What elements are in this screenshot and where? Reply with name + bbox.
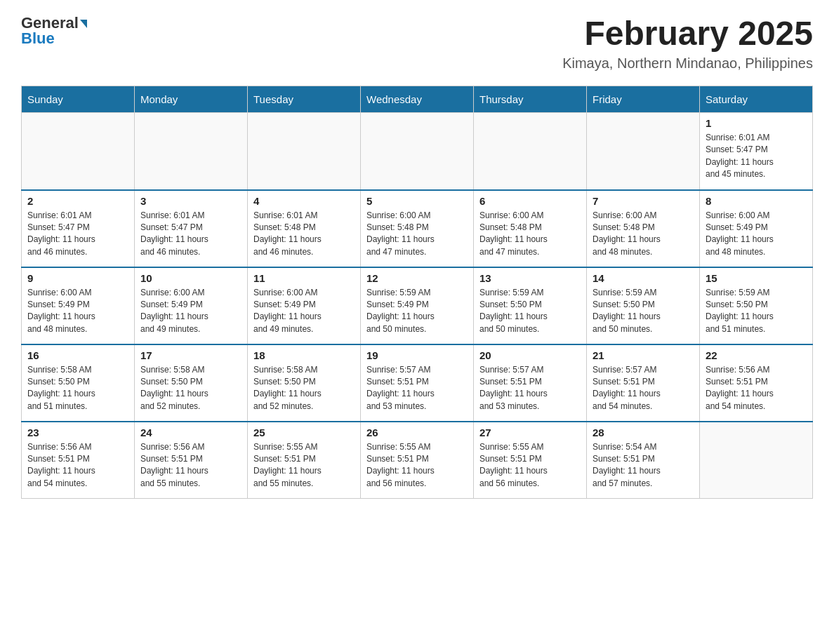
- day-info: Sunrise: 6:01 AM Sunset: 5:47 PM Dayligh…: [140, 210, 241, 259]
- calendar-cell: 4Sunrise: 6:01 AM Sunset: 5:48 PM Daylig…: [248, 190, 361, 267]
- day-number: 7: [593, 195, 694, 207]
- day-info: Sunrise: 5:57 AM Sunset: 5:51 PM Dayligh…: [593, 364, 694, 413]
- calendar-cell: 13Sunrise: 5:59 AM Sunset: 5:50 PM Dayli…: [474, 267, 587, 344]
- day-number: 20: [479, 349, 581, 361]
- day-number: 18: [253, 349, 355, 361]
- calendar-subtitle: Kimaya, Northern Mindanao, Philippines: [562, 55, 813, 72]
- day-info: Sunrise: 6:00 AM Sunset: 5:48 PM Dayligh…: [479, 210, 581, 259]
- day-number: 13: [479, 272, 581, 284]
- day-number: 27: [479, 427, 581, 438]
- calendar-cell: 16Sunrise: 5:58 AM Sunset: 5:50 PM Dayli…: [22, 344, 135, 422]
- day-number: 14: [593, 272, 694, 284]
- calendar-table: SundayMondayTuesdayWednesdayThursdayFrid…: [21, 86, 813, 499]
- logo-blue-text: Blue: [21, 29, 55, 48]
- calendar-cell: 14Sunrise: 5:59 AM Sunset: 5:50 PM Dayli…: [587, 267, 700, 344]
- calendar-cell: 15Sunrise: 5:59 AM Sunset: 5:50 PM Dayli…: [700, 267, 813, 344]
- day-info: Sunrise: 6:00 AM Sunset: 5:49 PM Dayligh…: [253, 287, 355, 336]
- day-number: 24: [140, 427, 241, 438]
- calendar-week-row: 23Sunrise: 5:56 AM Sunset: 5:51 PM Dayli…: [22, 422, 813, 499]
- day-info: Sunrise: 5:55 AM Sunset: 5:51 PM Dayligh…: [253, 441, 355, 490]
- day-number: 21: [593, 349, 694, 361]
- day-info: Sunrise: 5:59 AM Sunset: 5:50 PM Dayligh…: [593, 287, 694, 336]
- calendar-cell: 28Sunrise: 5:54 AM Sunset: 5:51 PM Dayli…: [587, 422, 700, 499]
- calendar-cell: [700, 422, 813, 499]
- day-number: 3: [140, 195, 241, 207]
- calendar-cell: 10Sunrise: 6:00 AM Sunset: 5:49 PM Dayli…: [135, 267, 248, 344]
- calendar-cell: 23Sunrise: 5:56 AM Sunset: 5:51 PM Dayli…: [22, 422, 135, 499]
- day-info: Sunrise: 5:55 AM Sunset: 5:51 PM Dayligh…: [479, 441, 581, 490]
- day-number: 16: [27, 349, 128, 361]
- calendar-cell: [361, 113, 474, 190]
- calendar-cell: 1Sunrise: 6:01 AM Sunset: 5:47 PM Daylig…: [700, 113, 813, 190]
- calendar-week-row: 16Sunrise: 5:58 AM Sunset: 5:50 PM Dayli…: [22, 344, 813, 422]
- title-block: February 2025 Kimaya, Northern Mindanao,…: [562, 14, 813, 72]
- day-number: 15: [706, 272, 807, 284]
- day-number: 23: [27, 427, 128, 438]
- day-info: Sunrise: 5:54 AM Sunset: 5:51 PM Dayligh…: [593, 441, 694, 490]
- day-info: Sunrise: 6:01 AM Sunset: 5:48 PM Dayligh…: [253, 210, 355, 259]
- day-number: 2: [27, 195, 128, 207]
- day-number: 25: [253, 427, 355, 438]
- weekday-header-wednesday: Wednesday: [361, 86, 474, 113]
- calendar-title: February 2025: [562, 14, 813, 53]
- day-info: Sunrise: 6:00 AM Sunset: 5:48 PM Dayligh…: [593, 210, 694, 259]
- day-info: Sunrise: 6:00 AM Sunset: 5:49 PM Dayligh…: [27, 287, 128, 336]
- day-info: Sunrise: 6:01 AM Sunset: 5:47 PM Dayligh…: [706, 132, 807, 181]
- weekday-header-friday: Friday: [587, 86, 700, 113]
- day-info: Sunrise: 5:56 AM Sunset: 5:51 PM Dayligh…: [27, 441, 128, 490]
- day-number: 5: [366, 195, 468, 207]
- calendar-cell: 26Sunrise: 5:55 AM Sunset: 5:51 PM Dayli…: [361, 422, 474, 499]
- day-number: 8: [706, 195, 807, 207]
- day-info: Sunrise: 5:58 AM Sunset: 5:50 PM Dayligh…: [253, 364, 355, 413]
- day-number: 22: [706, 349, 807, 361]
- calendar-cell: [135, 113, 248, 190]
- day-info: Sunrise: 5:55 AM Sunset: 5:51 PM Dayligh…: [366, 441, 468, 490]
- day-number: 4: [253, 195, 355, 207]
- calendar-cell: 5Sunrise: 6:00 AM Sunset: 5:48 PM Daylig…: [361, 190, 474, 267]
- calendar-cell: 17Sunrise: 5:58 AM Sunset: 5:50 PM Dayli…: [135, 344, 248, 422]
- calendar-cell: 19Sunrise: 5:57 AM Sunset: 5:51 PM Dayli…: [361, 344, 474, 422]
- day-number: 11: [253, 272, 355, 284]
- day-info: Sunrise: 5:58 AM Sunset: 5:50 PM Dayligh…: [27, 364, 128, 413]
- calendar-cell: 8Sunrise: 6:00 AM Sunset: 5:49 PM Daylig…: [700, 190, 813, 267]
- calendar-cell: 3Sunrise: 6:01 AM Sunset: 5:47 PM Daylig…: [135, 190, 248, 267]
- calendar-cell: 11Sunrise: 6:00 AM Sunset: 5:49 PM Dayli…: [248, 267, 361, 344]
- day-info: Sunrise: 6:00 AM Sunset: 5:49 PM Dayligh…: [706, 210, 807, 259]
- day-info: Sunrise: 5:58 AM Sunset: 5:50 PM Dayligh…: [140, 364, 241, 413]
- day-info: Sunrise: 5:59 AM Sunset: 5:49 PM Dayligh…: [366, 287, 468, 336]
- calendar-week-row: 2Sunrise: 6:01 AM Sunset: 5:47 PM Daylig…: [22, 190, 813, 267]
- day-info: Sunrise: 6:01 AM Sunset: 5:47 PM Dayligh…: [27, 210, 128, 259]
- day-info: Sunrise: 5:56 AM Sunset: 5:51 PM Dayligh…: [706, 364, 807, 413]
- calendar-cell: 24Sunrise: 5:56 AM Sunset: 5:51 PM Dayli…: [135, 422, 248, 499]
- calendar-cell: 12Sunrise: 5:59 AM Sunset: 5:49 PM Dayli…: [361, 267, 474, 344]
- weekday-header-tuesday: Tuesday: [248, 86, 361, 113]
- page-header: General Blue February 2025 Kimaya, North…: [21, 14, 813, 72]
- weekday-header-sunday: Sunday: [22, 86, 135, 113]
- day-info: Sunrise: 5:59 AM Sunset: 5:50 PM Dayligh…: [706, 287, 807, 336]
- calendar-cell: 9Sunrise: 6:00 AM Sunset: 5:49 PM Daylig…: [22, 267, 135, 344]
- day-number: 28: [593, 427, 694, 438]
- calendar-cell: 27Sunrise: 5:55 AM Sunset: 5:51 PM Dayli…: [474, 422, 587, 499]
- day-info: Sunrise: 5:59 AM Sunset: 5:50 PM Dayligh…: [479, 287, 581, 336]
- day-number: 19: [366, 349, 468, 361]
- day-number: 26: [366, 427, 468, 438]
- day-number: 17: [140, 349, 241, 361]
- logo: General Blue: [21, 14, 87, 48]
- day-info: Sunrise: 5:56 AM Sunset: 5:51 PM Dayligh…: [140, 441, 241, 490]
- weekday-header-row: SundayMondayTuesdayWednesdayThursdayFrid…: [22, 86, 813, 113]
- calendar-week-row: 9Sunrise: 6:00 AM Sunset: 5:49 PM Daylig…: [22, 267, 813, 344]
- weekday-header-saturday: Saturday: [700, 86, 813, 113]
- calendar-week-row: 1Sunrise: 6:01 AM Sunset: 5:47 PM Daylig…: [22, 113, 813, 190]
- calendar-cell: 21Sunrise: 5:57 AM Sunset: 5:51 PM Dayli…: [587, 344, 700, 422]
- day-info: Sunrise: 5:57 AM Sunset: 5:51 PM Dayligh…: [479, 364, 581, 413]
- day-info: Sunrise: 6:00 AM Sunset: 5:48 PM Dayligh…: [366, 210, 468, 259]
- calendar-cell: 6Sunrise: 6:00 AM Sunset: 5:48 PM Daylig…: [474, 190, 587, 267]
- calendar-cell: 20Sunrise: 5:57 AM Sunset: 5:51 PM Dayli…: [474, 344, 587, 422]
- weekday-header-thursday: Thursday: [474, 86, 587, 113]
- calendar-cell: [587, 113, 700, 190]
- day-info: Sunrise: 6:00 AM Sunset: 5:49 PM Dayligh…: [140, 287, 241, 336]
- calendar-cell: 7Sunrise: 6:00 AM Sunset: 5:48 PM Daylig…: [587, 190, 700, 267]
- day-number: 1: [706, 117, 807, 129]
- day-number: 9: [27, 272, 128, 284]
- calendar-cell: 2Sunrise: 6:01 AM Sunset: 5:47 PM Daylig…: [22, 190, 135, 267]
